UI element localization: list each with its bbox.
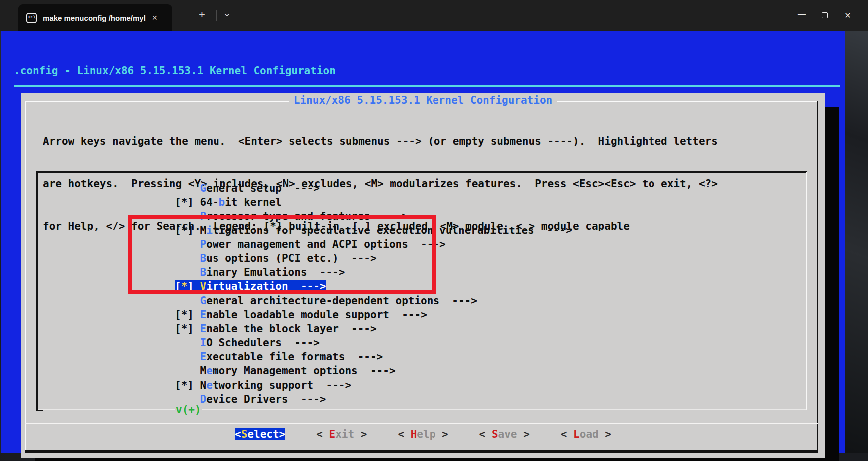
menu-item[interactable]: Executable file formats ---> (175, 350, 572, 364)
exit-button[interactable]: < Exit > (316, 428, 367, 440)
desktop-wallpaper-right (845, 0, 868, 461)
menu-item[interactable]: IO Schedulers ---> (175, 336, 572, 350)
menu-item[interactable]: [*] 64-bit kernel (175, 195, 572, 209)
instructions-line: Arrow keys navigate the menu. <Enter> se… (43, 134, 718, 148)
menu-item[interactable]: Device Drivers ---> (175, 392, 572, 406)
dialog-border (25, 450, 818, 453)
terminal-tab[interactable]: c:\ make menuconfig /home/myl ✕ (18, 4, 172, 31)
select-button[interactable]: <Select> (235, 428, 285, 440)
annotation-rectangle (128, 215, 436, 294)
dialog-border (25, 101, 26, 451)
cmd-icon: c:\ (26, 13, 37, 23)
scroll-more-indicator: v(+) (175, 404, 202, 416)
titlebar: c:\ make menuconfig /home/myl ✕ + ⌄ — ✕ (0, 0, 868, 31)
dialog-shadow (825, 107, 839, 461)
tab-divider (216, 10, 217, 21)
maximize-button[interactable] (813, 11, 836, 20)
menu-item[interactable]: [*] Enable the block layer ---> (175, 322, 572, 336)
dialog-border (817, 101, 818, 451)
close-button[interactable]: ✕ (836, 11, 859, 20)
button-separator (25, 423, 818, 424)
window-controls: — ✕ (790, 0, 868, 31)
tab-dropdown-chevron-icon[interactable]: ⌄ (223, 7, 231, 19)
desktop-background: c:\ make menuconfig /home/myl ✕ + ⌄ — ✕ … (0, 0, 868, 461)
menu-item[interactable]: [*] Enable loadable module support ---> (175, 308, 572, 322)
dialog-buttons: <Select>< Exit >< Help >< Save >< Load > (21, 428, 825, 440)
tab-close-icon[interactable]: ✕ (152, 14, 158, 22)
menu-item[interactable]: Memory Management options ---> (175, 364, 572, 378)
minimize-button[interactable]: — (790, 10, 813, 19)
maximize-icon (822, 12, 828, 18)
menu-item[interactable]: General setup ---> (175, 181, 572, 195)
dialog-title: Linux/x86 5.15.153.1 Kernel Configuratio… (21, 94, 825, 106)
menu-box-corner (36, 405, 43, 411)
save-button[interactable]: < Save > (479, 428, 530, 440)
dialog-shadow (35, 458, 839, 461)
config-header-line: .config - Linux/x86 5.15.153.1 Kernel Co… (14, 65, 336, 77)
menu-item[interactable]: General architecture-dependent options -… (175, 294, 572, 308)
menu-item[interactable]: [*] Networking support ---> (175, 378, 572, 392)
header-separator (14, 85, 840, 87)
help-button[interactable]: < Help > (398, 428, 448, 440)
new-tab-button[interactable]: + (199, 8, 205, 21)
tab-title: make menuconfig /home/myl (43, 14, 149, 22)
load-button[interactable]: < Load > (561, 428, 611, 440)
